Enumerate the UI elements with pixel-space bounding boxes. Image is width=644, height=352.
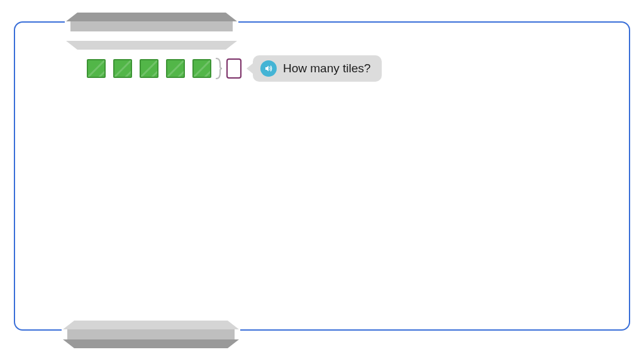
tile (140, 59, 158, 78)
tile (192, 59, 211, 78)
tab-handle-top[interactable] (66, 13, 237, 31)
tile (87, 59, 106, 78)
speaker-icon (264, 63, 274, 74)
tab-handle-bottom[interactable] (63, 321, 239, 339)
tile (113, 59, 132, 78)
prompt-bubble: How many tiles? (253, 55, 382, 82)
tile (166, 59, 185, 78)
question-row: How many tiles? (87, 55, 382, 82)
answer-input[interactable] (226, 58, 242, 79)
prompt-text: How many tiles? (283, 62, 370, 75)
audio-play-button[interactable] (260, 60, 277, 77)
tile-group (87, 59, 211, 78)
grouping-bracket-icon (215, 58, 223, 79)
